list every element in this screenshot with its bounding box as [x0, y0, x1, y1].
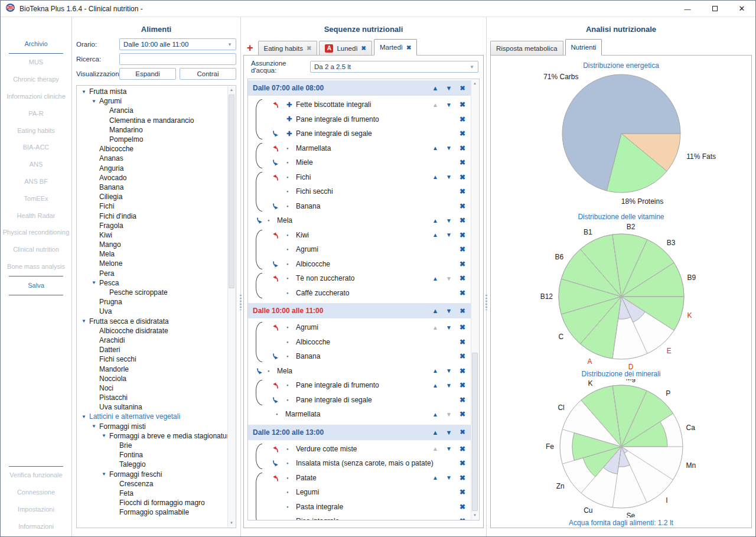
minimize-button[interactable]: — [674, 1, 701, 17]
tree-item-fichi-secchi[interactable]: Fichi secchi [78, 354, 227, 364]
move-down-button[interactable]: ▼ [444, 378, 454, 393]
move-up-button[interactable]: ▲ [431, 407, 440, 422]
sequence-item-pane-integrale-di-frumento[interactable]: ●Pane integrale di frumento▲▼✖ [248, 378, 471, 393]
sequence-item-legumi[interactable]: ●Legumi✖ [248, 485, 471, 500]
sidebar-item-pa-r[interactable]: PA-R [1, 105, 71, 122]
sequence-scrollbar[interactable]: ▲ ▼ [471, 80, 478, 519]
move-up-button[interactable]: ▲ [431, 378, 440, 393]
add-tab-button[interactable]: + [247, 43, 253, 53]
sidebar-item-bone-mass-analysis[interactable]: Bone mass analysis [1, 258, 71, 275]
move-down-button[interactable]: ▼ [444, 471, 454, 486]
sequence-item-pane-integrale-di-frumento[interactable]: ✚Pane integrale di frumento✖ [248, 112, 471, 127]
tree-item-anguria[interactable]: Anguria [78, 164, 227, 173]
remove-item-button[interactable]: ✖ [458, 320, 467, 335]
sidebar-item-ans[interactable]: ANS [1, 157, 71, 174]
remove-item-button[interactable]: ✖ [458, 257, 467, 272]
move-up-button[interactable]: ▲ [431, 364, 440, 379]
tree-item-frutta-mista[interactable]: ▼Frutta mista [78, 87, 227, 96]
remove-item-button[interactable]: ✖ [458, 456, 467, 471]
move-down-button[interactable]: ▼ [444, 303, 454, 318]
tree-item-arachidi[interactable]: Arachidi [78, 336, 227, 345]
sidebar-item-ans-bf[interactable]: ANS BF [1, 173, 71, 190]
sequence-scrollbar-thumb[interactable] [472, 353, 478, 511]
expand-arrow-icon[interactable]: ▼ [102, 471, 109, 477]
move-up-button[interactable]: ▲ [431, 425, 440, 440]
maximize-button[interactable] [701, 1, 728, 17]
sequence-item-marmellata[interactable]: ●Marmellata▲▼✖ [248, 141, 471, 156]
tree-item-pistacchi[interactable]: Pistacchi [78, 393, 227, 402]
tree-item-formaggio-spalmabile[interactable]: Formaggio spalmabile [78, 507, 227, 517]
remove-item-button[interactable]: ✖ [458, 228, 467, 243]
move-up-button[interactable]: ▲ [431, 97, 440, 112]
remove-item-button[interactable]: ✖ [458, 112, 467, 127]
expand-arrow-icon[interactable]: ▼ [92, 280, 99, 285]
tree-item-taleggio[interactable]: Taleggio [78, 460, 227, 469]
close-button[interactable]: ✕ [728, 1, 755, 17]
tree-item-pesche-sciroppate[interactable]: Pesche sciroppate [78, 288, 227, 297]
sequence-item-verdure-cotte-miste[interactable]: ●Verdure cotte miste▲▼✖ [248, 442, 471, 457]
sequence-item-miele[interactable]: ●Miele✖ [248, 155, 471, 170]
scroll-up-icon[interactable]: ▲ [471, 80, 478, 87]
tree-item-formaggi-freschi[interactable]: ▼Formaggi freschi [78, 470, 227, 479]
sidebar-item-eating-habits[interactable]: Eating habits [1, 122, 71, 139]
sequence-item-banana[interactable]: ●Banana✖ [248, 349, 471, 364]
sidebar-item-archivio[interactable]: Archivio [1, 35, 71, 53]
sequence-item-albicocche[interactable]: ●Albicocche✖ [248, 335, 471, 350]
move-up-button[interactable]: ▲ [431, 471, 440, 486]
move-up-button[interactable]: ▲ [431, 442, 440, 457]
sidebar-item-verifica-funzionale[interactable]: Verifica funzionale [1, 467, 71, 484]
sidebar-item-chronic-therapy[interactable]: Chronic therapy [1, 71, 71, 89]
sequence-item-albicocche[interactable]: ●Albicocche✖ [248, 257, 471, 272]
sequence-item-mela[interactable]: ●Mela▲▼✖ [248, 213, 471, 228]
tree-item-fiocchi-di-formaggio-magro[interactable]: Fiocchi di formaggio magro [78, 498, 227, 507]
move-down-button[interactable]: ▼ [444, 141, 454, 156]
scroll-down-icon[interactable]: ▼ [471, 512, 478, 519]
close-tab-icon[interactable]: ✖ [406, 44, 411, 51]
move-down-button[interactable]: ▼ [444, 80, 454, 96]
move-down-button[interactable]: ▼ [444, 271, 454, 286]
sequence-item-caff-zuccherato[interactable]: ●Caffè zuccherato✖ [248, 286, 471, 301]
expand-arrow-icon[interactable]: ▼ [82, 89, 89, 95]
move-up-button[interactable]: ▲ [431, 271, 440, 286]
tree-item-melone[interactable]: Melone [78, 259, 227, 268]
remove-item-button[interactable]: ✖ [458, 471, 467, 486]
remove-item-button[interactable]: ✖ [458, 407, 467, 422]
remove-section-button[interactable]: ✖ [458, 303, 467, 318]
tree-item-kiwi[interactable]: Kiwi [78, 230, 227, 240]
tree-item-uva[interactable]: Uva [78, 307, 227, 316]
remove-item-button[interactable]: ✖ [458, 126, 467, 141]
close-tab-icon[interactable]: ✖ [307, 45, 311, 51]
expand-arrow-icon[interactable]: ▼ [102, 433, 109, 438]
close-tab-icon[interactable]: ✖ [361, 45, 366, 51]
move-up-button[interactable]: ▲ [431, 303, 440, 318]
sequence-item-insalata-mista-senza-carote-mais-o-patate[interactable]: ●Insalata mista (senza carote, mais o pa… [248, 456, 471, 471]
remove-item-button[interactable]: ✖ [458, 286, 467, 301]
remove-section-button[interactable]: ✖ [458, 425, 467, 440]
tree-item-banana[interactable]: Banana [78, 183, 227, 192]
tree-item-agrumi[interactable]: ▼Agrumi [78, 96, 227, 106]
move-up-button[interactable]: ▲ [431, 170, 440, 185]
tab-luned[interactable]: ALunedì✖ [319, 41, 372, 55]
sequence-item-fichi[interactable]: ●Fichi▲▼✖ [248, 170, 471, 185]
expand-arrow-icon[interactable]: ▼ [92, 99, 99, 104]
remove-item-button[interactable]: ✖ [458, 335, 467, 350]
tree-item-fragola[interactable]: Fragola [78, 221, 227, 230]
remove-item-button[interactable]: ✖ [458, 97, 467, 112]
tree-scrollbar-thumb[interactable] [229, 95, 234, 288]
tree-item-crescenza[interactable]: Crescenza [78, 479, 227, 489]
sequence-item-t-non-zuccherato[interactable]: ●Tè non zuccherato▲▼✖ [248, 271, 471, 286]
remove-item-button[interactable]: ✖ [458, 500, 467, 515]
remove-item-button[interactable]: ✖ [458, 442, 467, 457]
tree-scrollbar[interactable]: ▲ ▼ [227, 86, 235, 527]
move-up-button[interactable]: ▲ [431, 213, 440, 228]
tree-item-feta[interactable]: Feta [78, 489, 227, 498]
move-up-button[interactable]: ▲ [431, 141, 440, 156]
sequenze-splitter[interactable] [486, 17, 487, 536]
tree-item-mandarino[interactable]: Mandarino [78, 125, 227, 135]
remove-item-button[interactable]: ✖ [458, 141, 467, 156]
tree-item-pesca[interactable]: ▼Pesca [78, 278, 227, 288]
tree-item-latticini-e-alternative-vegetali[interactable]: ▼Latticini e alternative vegetali [78, 412, 227, 421]
sequence-item-mela[interactable]: ●Mela▲▼✖ [248, 364, 471, 379]
tree-item-avocado[interactable]: Avocado [78, 173, 227, 183]
tree-item-nocciola[interactable]: Nocciola [78, 374, 227, 383]
